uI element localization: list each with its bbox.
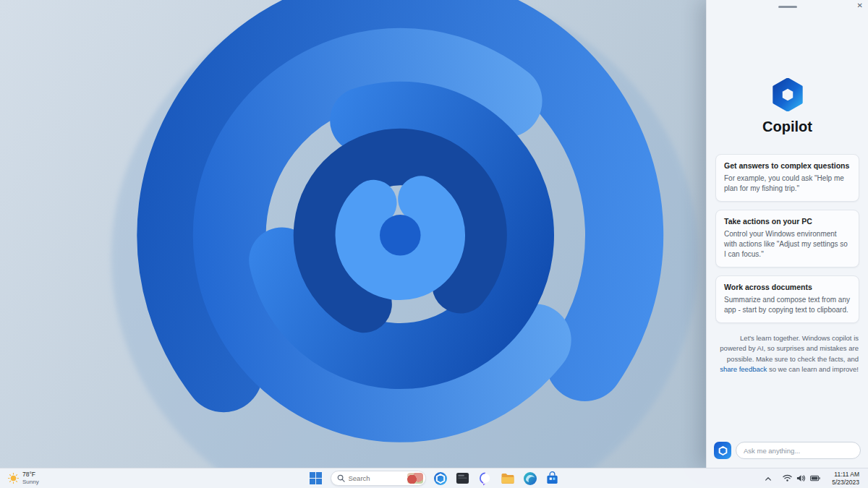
card-title: Take actions on your PC [724, 217, 851, 226]
search-highlight-thumbnail[interactable] [407, 473, 423, 484]
taskbar-icon-file-explorer[interactable] [500, 471, 516, 487]
suggestion-cards: Get answers to complex questions For exa… [707, 154, 868, 323]
copilot-mini-logo-icon [718, 446, 728, 455]
taskbar-icon-chat[interactable] [477, 471, 493, 487]
taskbar-search[interactable] [331, 471, 426, 486]
copilot-taskbar-icon [433, 471, 448, 486]
tray-date: 5/23/2023 [832, 479, 859, 486]
card-title: Get answers to complex questions [724, 161, 851, 170]
sun-icon [8, 473, 19, 484]
wifi-icon [783, 474, 792, 482]
battery-icon [810, 475, 820, 481]
tray-chevron-up-icon[interactable] [762, 474, 774, 484]
windows-desktop: ✕ Copilot Get answers to complex questio… [0, 0, 868, 488]
copilot-panel: ✕ Copilot Get answers to complex questio… [706, 0, 868, 468]
card-title: Work across documents [724, 283, 851, 291]
copilot-panel-header: ✕ [707, 0, 868, 14]
taskbar-icon-desktop-app[interactable] [455, 471, 471, 487]
copilot-branding: Copilot [707, 78, 868, 135]
copilot-logo-icon [771, 78, 804, 111]
panel-spacer [707, 374, 868, 442]
close-icon[interactable]: ✕ [857, 2, 863, 9]
copilot-title: Copilot [707, 119, 868, 135]
folder-icon [501, 471, 515, 486]
system-tray: 11:11 AM 5/23/2023 [760, 468, 864, 488]
card-body: Summarize and compose text from any app … [724, 295, 851, 315]
microsoft-store-icon [545, 471, 559, 485]
weather-widget[interactable]: 78°F Sunny [3, 470, 44, 487]
card-body: For example, you could ask "Help me plan… [724, 174, 851, 194]
weather-temp: 78°F [22, 471, 39, 479]
tray-time: 11:11 AM [832, 471, 859, 478]
share-feedback-link[interactable]: share feedback [720, 365, 767, 373]
card-body: Control your Windows environment with ac… [724, 229, 851, 260]
card-take-actions: Take actions on your PC Control your Win… [715, 210, 859, 267]
start-button[interactable] [308, 471, 324, 487]
taskbar-icon-copilot[interactable] [433, 471, 448, 487]
windows-logo-icon [310, 472, 322, 484]
weather-text: 78°F Sunny [22, 471, 39, 485]
taskbar-center [308, 471, 561, 487]
ai-disclaimer: Let's learn together. Windows copilot is… [720, 333, 859, 374]
ask-me-anything-input[interactable] [736, 442, 861, 459]
disclaimer-text: Let's learn together. Windows copilot is… [720, 334, 859, 363]
chat-bubble-icon [478, 471, 493, 486]
volume-icon [796, 474, 806, 482]
taskbar-icon-store[interactable] [545, 471, 561, 487]
dark-window-icon [456, 471, 469, 485]
tray-status-icons[interactable] [780, 472, 823, 484]
card-complex-questions: Get answers to complex questions For exa… [715, 154, 859, 202]
taskbar: 78°F Sunny [0, 468, 868, 488]
taskbar-icon-edge[interactable] [522, 471, 538, 487]
search-icon [337, 474, 345, 482]
search-input[interactable] [349, 474, 404, 482]
disclaimer-text: so we can learn and improve! [767, 365, 859, 373]
copilot-input-row [714, 442, 861, 459]
taskbar-clock[interactable]: 11:11 AM 5/23/2023 [829, 469, 862, 487]
edge-browser-icon [523, 471, 537, 486]
weather-condition: Sunny [22, 479, 39, 485]
drag-handle[interactable] [778, 6, 797, 8]
card-work-documents: Work across documents Summarize and comp… [715, 275, 859, 323]
copilot-input-icon[interactable] [714, 442, 731, 459]
